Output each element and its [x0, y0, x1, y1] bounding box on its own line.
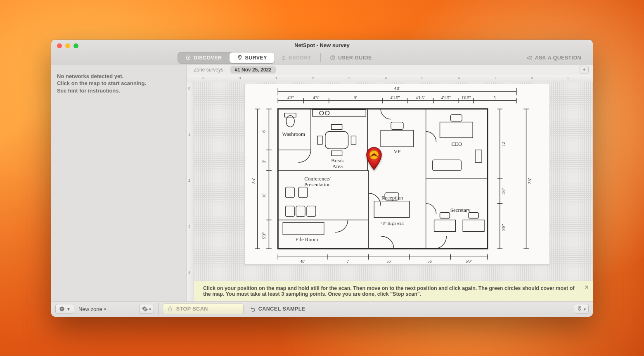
user-guide-button[interactable]: USER GUIDE	[330, 55, 372, 61]
svg-text:4'3": 4'3"	[287, 95, 294, 100]
svg-rect-51	[298, 187, 308, 197]
map-canvas[interactable]: 40' 4'3" 4'3" 9' 4'1.5" 4'1.5"	[194, 82, 593, 301]
svg-text:5'3": 5'3"	[262, 232, 266, 239]
add-menu-button[interactable]: ▼	[55, 304, 74, 314]
ask-question-button[interactable]: ASK A QUESTION	[527, 55, 581, 61]
svg-point-48	[320, 111, 324, 115]
svg-rect-57	[391, 122, 403, 129]
ruler-vertical: 0 1 2 3 4	[187, 82, 194, 301]
tab-survey[interactable]: SURVEY	[230, 52, 275, 63]
svg-rect-41	[284, 113, 296, 117]
svg-text:25': 25'	[526, 178, 533, 184]
megaphone-icon	[527, 55, 533, 61]
svg-rect-47	[313, 109, 366, 116]
svg-rect-46	[331, 151, 342, 156]
tab-discover-label: DISCOVER	[194, 55, 222, 61]
mode-segmented-control: DISCOVER SURVEY	[178, 52, 275, 64]
svg-text:5b': 5b'	[428, 259, 433, 263]
svg-point-1	[188, 57, 189, 59]
svg-text:4'1.5": 4'1.5"	[416, 95, 425, 100]
svg-text:c': c'	[346, 259, 349, 263]
svg-text:Reception: Reception	[381, 194, 403, 200]
svg-text:5b': 5b'	[386, 259, 391, 263]
stop-scan-label: STOP SCAN	[176, 306, 208, 312]
svg-rect-56	[381, 130, 414, 147]
svg-point-116	[373, 153, 375, 155]
body: No networks detected yet. Click on the m…	[51, 65, 593, 301]
svg-text:5': 5'	[494, 95, 497, 100]
svg-text:CEO: CEO	[451, 141, 462, 147]
svg-rect-65	[463, 220, 484, 231]
svg-text:10': 10'	[262, 192, 266, 197]
svg-point-2	[239, 57, 240, 57]
svg-point-119	[579, 308, 580, 309]
zone-surveys-bar: Zone surveys: #1 Nov 25, 2022 +	[187, 65, 593, 75]
svg-text:4'1.5": 4'1.5"	[441, 95, 451, 100]
scan-position-pin[interactable]	[365, 147, 383, 171]
plus-circle-icon	[59, 306, 65, 312]
svg-text:9': 9'	[354, 95, 357, 100]
help-icon	[330, 55, 336, 61]
svg-text:Washroom: Washroom	[282, 131, 305, 137]
zone-surveys-label: Zone surveys:	[194, 67, 225, 73]
new-zone-dropdown[interactable]: New zone ▾	[78, 306, 106, 312]
hint-banner: Click on your position on the map and ho…	[194, 281, 593, 301]
export-button[interactable]: EXPORT	[281, 55, 311, 61]
svg-text:File Room: File Room	[296, 236, 318, 242]
main-area: Zone surveys: #1 Nov 25, 2022 + -1 0 1 2…	[187, 65, 593, 301]
svg-text:6': 6'	[262, 129, 266, 132]
location-menu-button[interactable]: ▾	[574, 304, 589, 314]
zone-survey-chip[interactable]: #1 Nov 25, 2022	[230, 66, 275, 74]
svg-rect-50	[285, 187, 294, 197]
window-title: NetSpot - New survey	[294, 42, 350, 48]
floor-plan: 40' 4'3" 4'3" 9' 4'1.5" 4'1.5"	[244, 84, 550, 265]
pin-icon	[237, 55, 243, 61]
svg-rect-54	[307, 206, 316, 216]
chevron-down-icon: ▾	[104, 307, 106, 311]
app-window: NetSpot - New survey DISCOVER SURVEY	[51, 40, 593, 317]
stopwatch-icon	[167, 306, 173, 312]
svg-text:3': 3'	[262, 160, 266, 163]
pin-outline-icon	[577, 306, 582, 312]
stop-scan-button[interactable]: STOP SCAN	[163, 304, 244, 314]
svg-rect-45	[331, 124, 342, 129]
svg-rect-42	[325, 131, 348, 149]
traffic-lights	[57, 43, 78, 48]
tab-survey-label: SURVEY	[245, 55, 268, 61]
svg-text:5'0": 5'0"	[466, 259, 472, 263]
cancel-sample-button[interactable]: CANCEL SAMPLE	[250, 306, 305, 312]
svg-rect-58	[440, 122, 473, 138]
svg-text:4'3": 4'3"	[313, 95, 320, 100]
svg-text:4'1.5": 4'1.5"	[390, 95, 400, 100]
sidebar-hint-line: See hint for instructions.	[57, 87, 181, 95]
svg-rect-66	[440, 212, 450, 218]
export-icon	[281, 55, 286, 61]
new-zone-label: New zone	[78, 306, 102, 312]
hint-close-button[interactable]: ×	[585, 284, 589, 291]
titlebar: NetSpot - New survey DISCOVER SURVEY	[51, 40, 593, 65]
add-zone-survey-button[interactable]: +	[580, 66, 589, 74]
sidebar-hint-line: No networks detected yet.	[57, 73, 181, 80]
svg-text:Secretary: Secretary	[450, 206, 471, 213]
svg-text:48" High wall: 48" High wall	[381, 221, 404, 225]
hint-text: Click on your position on the map and ho…	[203, 285, 574, 297]
svg-point-49	[325, 111, 329, 115]
settings-button[interactable]: ▾	[139, 304, 154, 314]
tab-discover[interactable]: DISCOVER	[178, 52, 230, 63]
user-guide-label: USER GUIDE	[338, 55, 372, 61]
ask-question-label: ASK A QUESTION	[535, 55, 581, 61]
close-window-button[interactable]	[57, 43, 62, 48]
footer-bar: ▼ New zone ▾ ▾ STOP SCAN CANCEL SAMPLE	[51, 301, 593, 317]
cancel-sample-label: CANCEL SAMPLE	[258, 306, 305, 312]
minimize-window-button[interactable]	[65, 43, 70, 48]
chevron-down-icon: ▼	[66, 307, 71, 311]
svg-text:4'6": 4'6"	[501, 187, 506, 194]
sidebar-hint-line: Click on the map to start scanning.	[57, 80, 181, 87]
svg-text:4b': 4b'	[300, 259, 305, 263]
svg-rect-53	[296, 206, 305, 216]
gear-icon	[142, 306, 148, 312]
zoom-window-button[interactable]	[73, 43, 78, 48]
svg-text:9'8": 9'8"	[501, 224, 506, 230]
svg-rect-67	[469, 212, 478, 218]
svg-text:12': 12'	[501, 141, 506, 146]
